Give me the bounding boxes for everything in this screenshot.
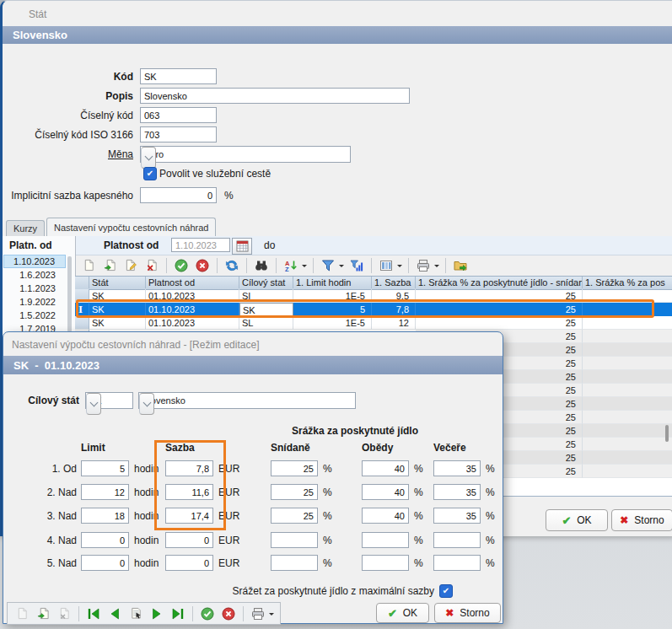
dates-scrollbar[interactable] bbox=[67, 256, 72, 332]
delete-record-button[interactable] bbox=[55, 605, 73, 622]
obedy-input[interactable] bbox=[362, 555, 409, 571]
tab-nastaveni-nahrad[interactable]: Nastavení vypočtu cestovních náhrad bbox=[46, 218, 216, 236]
cilovy-stat-code-combobox[interactable]: SK bbox=[85, 392, 133, 409]
vecere-input[interactable] bbox=[433, 532, 481, 548]
first-record-button[interactable] bbox=[84, 605, 103, 622]
search-button[interactable] bbox=[252, 257, 271, 274]
sazba-input[interactable] bbox=[165, 484, 213, 500]
new-record-button[interactable] bbox=[79, 257, 98, 274]
new-record-button[interactable] bbox=[13, 605, 31, 622]
previous-record-button[interactable] bbox=[105, 605, 124, 622]
vecere-input[interactable] bbox=[433, 484, 481, 500]
limit-input[interactable] bbox=[81, 484, 129, 500]
date-list-item[interactable]: 1.5.2022 bbox=[3, 309, 66, 322]
column-header[interactable]: Stát bbox=[89, 277, 146, 288]
sazba-input[interactable] bbox=[165, 532, 213, 548]
columns-dropdown-caret[interactable] bbox=[397, 265, 402, 270]
sazba-input[interactable] bbox=[165, 555, 213, 571]
sazba-input[interactable] bbox=[165, 460, 213, 476]
popis-input[interactable] bbox=[140, 88, 410, 104]
platnost-od-date-input[interactable] bbox=[171, 238, 230, 252]
print-dropdown-caret[interactable] bbox=[269, 613, 274, 618]
sazba-input[interactable] bbox=[165, 508, 213, 524]
cancel-button[interactable] bbox=[193, 257, 212, 274]
grid-row[interactable]: SK 01.10.2023 SL 1E-5 12 25 bbox=[75, 316, 672, 330]
date-list-item[interactable]: 1.9.2022 bbox=[3, 295, 66, 309]
dialog-ok-button[interactable]: ✔ OK bbox=[376, 603, 429, 623]
cancel-button[interactable] bbox=[219, 605, 238, 622]
date-list-item[interactable]: 1.10.2023 bbox=[3, 255, 66, 268]
column-header[interactable]: 1. Limit hodin bbox=[293, 277, 372, 288]
obedy-input[interactable] bbox=[362, 484, 409, 500]
accept-button[interactable] bbox=[172, 257, 191, 274]
date-list-item[interactable]: 1.6.2023 bbox=[3, 268, 66, 282]
refresh-button[interactable] bbox=[223, 257, 241, 274]
obedy-input[interactable] bbox=[362, 532, 409, 548]
cilovy-stat-name-combobox[interactable]: Slovensko bbox=[138, 392, 356, 409]
column-header[interactable]: 1. Srážka % za poskytnuté jídlo - snídan… bbox=[416, 277, 583, 288]
limit-input[interactable] bbox=[81, 508, 129, 524]
cilovy-code-dropdown-button[interactable] bbox=[86, 393, 101, 415]
limit-input[interactable] bbox=[81, 460, 129, 476]
column-header[interactable]: 1. Srážka % za pos bbox=[583, 277, 672, 288]
copy-record-button[interactable] bbox=[34, 605, 52, 622]
obedy-input[interactable] bbox=[362, 460, 409, 476]
next-record-button[interactable] bbox=[148, 605, 166, 622]
snidane-input[interactable] bbox=[271, 532, 318, 548]
cell-srazka: 25 bbox=[416, 289, 583, 303]
dialog-storno-button[interactable]: ✖ Storno bbox=[434, 603, 501, 623]
column-header[interactable]: Cílový stat bbox=[239, 277, 293, 288]
export-button[interactable] bbox=[451, 257, 470, 274]
delete-record-button[interactable] bbox=[142, 257, 161, 274]
date-list-item[interactable]: 1.1.2023 bbox=[3, 282, 66, 295]
print-button[interactable] bbox=[414, 257, 433, 274]
cell-cilovy-focused[interactable]: SK bbox=[239, 303, 293, 316]
print-button[interactable] bbox=[249, 605, 267, 622]
select-record-button[interactable] bbox=[126, 605, 145, 622]
vecere-input[interactable] bbox=[433, 508, 481, 524]
kapesne-input[interactable] bbox=[140, 187, 217, 203]
accept-button[interactable] bbox=[198, 605, 217, 622]
snidane-input[interactable] bbox=[271, 508, 318, 524]
snidane-input[interactable] bbox=[271, 484, 318, 500]
calendar-button[interactable] bbox=[232, 238, 252, 255]
toolbar-separator bbox=[246, 258, 247, 273]
sort-button[interactable]: A Z bbox=[282, 257, 300, 274]
povolit-checkbox[interactable] bbox=[143, 167, 157, 180]
filter-advanced-button[interactable] bbox=[347, 257, 366, 274]
column-header[interactable]: Platnost od bbox=[146, 277, 239, 288]
limit-input[interactable] bbox=[81, 532, 129, 548]
print-dropdown-caret[interactable] bbox=[434, 265, 439, 270]
dates-list: 1.10.2023 1.6.2023 1.1.2023 1.9.2022 1.5… bbox=[3, 255, 66, 336]
window-ok-button[interactable]: ✔ OK bbox=[546, 509, 608, 531]
window-storno-button[interactable]: ✖ Storno bbox=[611, 509, 672, 531]
filter-button[interactable] bbox=[319, 257, 337, 274]
obedy-input[interactable] bbox=[362, 508, 409, 524]
limit-input[interactable] bbox=[81, 555, 129, 571]
grid-row-selected[interactable]: I SK 01.10.2023 SK 5 7,8 25 bbox=[75, 303, 672, 316]
snidane-input[interactable] bbox=[271, 460, 318, 476]
filter-dropdown-caret[interactable] bbox=[339, 265, 344, 270]
vecere-input[interactable] bbox=[433, 555, 481, 571]
grid-row[interactable]: SK 01.10.2023 SI 1E-5 9,5 25 bbox=[75, 289, 672, 303]
snidane-input[interactable] bbox=[271, 555, 318, 571]
toolbar-separator bbox=[243, 606, 244, 621]
select-record-icon bbox=[130, 607, 142, 620]
vecere-input[interactable] bbox=[433, 460, 481, 476]
srazet-checkbox[interactable] bbox=[439, 584, 453, 598]
tab-kurzy[interactable]: Kurzy bbox=[6, 220, 45, 236]
last-record-button[interactable] bbox=[169, 605, 187, 622]
mena-dropdown-button[interactable] bbox=[141, 147, 156, 169]
sort-dropdown-caret[interactable] bbox=[302, 265, 307, 270]
columns-button[interactable] bbox=[377, 257, 395, 274]
copy-record-button[interactable] bbox=[100, 257, 119, 274]
column-header[interactable]: 1. Sazba bbox=[372, 277, 416, 288]
iso-kod-input[interactable] bbox=[140, 126, 217, 142]
cilovy-name-dropdown-button[interactable] bbox=[139, 393, 154, 415]
kod-input[interactable] bbox=[140, 68, 217, 84]
ciselny-kod-input[interactable] bbox=[140, 107, 217, 123]
grid-scrollbar-thumb[interactable] bbox=[665, 425, 669, 442]
edit-record-button[interactable] bbox=[121, 257, 140, 274]
mena-combobox[interactable]: Euro bbox=[140, 146, 351, 163]
mena-label[interactable]: Měna bbox=[3, 148, 133, 160]
